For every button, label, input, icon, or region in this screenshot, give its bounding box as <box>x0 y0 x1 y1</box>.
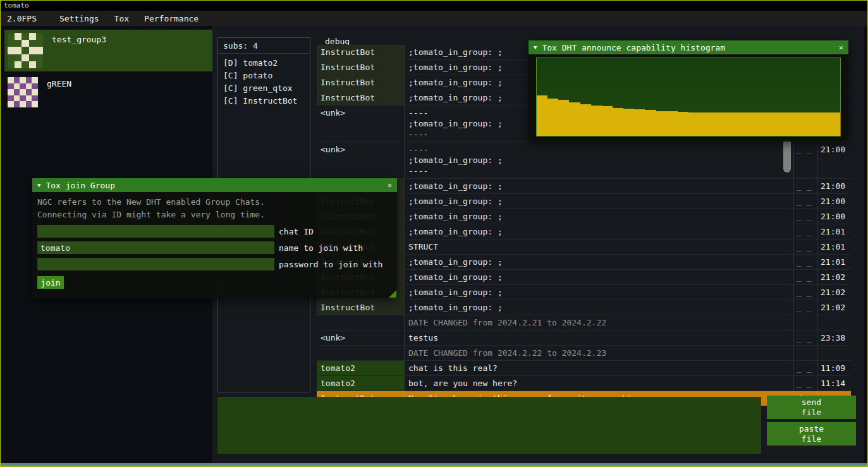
timestamp <box>817 346 851 360</box>
message-text: ;tomato_in_group: ; <box>404 270 793 284</box>
avatar-cell <box>15 54 21 61</box>
histogram-bar <box>645 110 656 136</box>
histogram-bar <box>775 112 786 136</box>
menu-performance[interactable]: Performance <box>137 11 206 26</box>
delivery-flags: _ _ <box>793 194 817 209</box>
chat-message-row: InstructBot;tomato_in_group: ;_ _21:02 <box>317 300 851 315</box>
sender-name[interactable]: InstructBot <box>317 45 404 59</box>
message-text: ;tomato_in_group: ; <box>404 179 793 193</box>
resize-grip-icon[interactable] <box>389 290 396 298</box>
delivery-flags: _ _ <box>793 224 817 239</box>
date-changed-text: DATE CHANGED from 2024.2.21 to 2024.2.22 <box>404 315 793 330</box>
paste-file-button[interactable]: paste file <box>767 422 856 446</box>
timestamp: 21:02 <box>817 270 851 284</box>
sender-name[interactable]: InstructBot <box>317 90 404 105</box>
avatar-cell <box>32 77 38 83</box>
timestamp: 21:00 <box>817 142 851 178</box>
avatar-cell <box>14 101 20 107</box>
avatar-cell <box>26 89 32 95</box>
join-name-input[interactable] <box>37 241 274 254</box>
histogram-bar <box>819 112 829 136</box>
histogram-bar <box>667 111 678 136</box>
join-group-window: ▼ Tox join Group ✕ NGC refers to the New… <box>32 178 397 298</box>
member-green_qtox[interactable]: [C] green_qtox <box>218 82 310 95</box>
histogram-bar <box>786 112 797 136</box>
timestamp: 21:02 <box>817 285 851 300</box>
member-potato[interactable]: [C] potato <box>218 70 310 82</box>
send-file-button[interactable]: send file <box>767 396 856 419</box>
avatar-cell <box>26 101 32 107</box>
histogram-bar <box>797 112 807 136</box>
sender-name[interactable]: InstructBot <box>317 60 404 75</box>
avatar-cell <box>36 33 43 40</box>
timestamp: 21:01 <box>817 224 851 239</box>
histogram-bar <box>710 112 721 136</box>
subs-member-list: [D] tomato2[C] potato[C] green_qtox[C] I… <box>218 54 310 107</box>
sender-name[interactable]: tomato2 <box>317 361 404 375</box>
avatar-cell <box>29 47 36 54</box>
sender-name[interactable]: InstructBot <box>317 300 404 315</box>
sender-name[interactable]: <unk> <box>317 106 404 142</box>
collapse-arrow-icon[interactable]: ▼ <box>37 182 40 188</box>
join-group-body: NGC refers to the New DHT enabled Group … <box>32 192 397 293</box>
fps-counter: 2.0FPS <box>1 11 43 26</box>
avatar-cell <box>21 40 28 47</box>
message-input[interactable] <box>217 397 761 454</box>
field-join-password: password to join with <box>37 258 392 270</box>
member-tomato2[interactable]: [D] tomato2 <box>218 57 310 70</box>
join-password-input[interactable] <box>37 258 274 270</box>
message-text: ;tomato_in_group: ; <box>404 285 793 300</box>
avatar-cell <box>29 61 36 68</box>
collapse-arrow-icon[interactable]: ▼ <box>534 44 537 51</box>
histogram-bar <box>634 109 645 136</box>
histogram-bar <box>699 112 710 136</box>
sender-name[interactable]: tomato2 <box>317 376 404 391</box>
avatar-cell <box>32 95 38 102</box>
chat-id-input[interactable] <box>37 225 274 238</box>
subs-header: subs: 4 <box>218 38 310 54</box>
dht-histogram-titlebar: ▼ Tox DHT announce capability histogram … <box>529 40 848 54</box>
timestamp: 21:01 <box>817 255 851 269</box>
avatar-cell <box>26 83 32 90</box>
delivery-flags: _ _ <box>793 240 817 254</box>
message-text: ;tomato_in_group: ; <box>404 255 793 269</box>
member-instructbot[interactable]: [C] InstructBot <box>218 95 310 107</box>
menu-bar: 2.0FPS Settings Tox Performance <box>1 11 867 26</box>
timestamp: 11:14 <box>817 376 851 391</box>
window-title: tomato <box>4 1 29 9</box>
message-text: STRUCT <box>404 240 793 254</box>
join-password-label: password to join with <box>279 260 382 269</box>
avatar-cell <box>32 101 38 107</box>
menu-settings[interactable]: Settings <box>52 11 107 26</box>
sender-name[interactable]: <unk> <box>317 331 404 345</box>
avatar-cell <box>36 47 43 54</box>
avatar-cell <box>14 89 20 95</box>
avatar-cell <box>21 33 28 40</box>
sender-name[interactable]: <unk> <box>317 142 404 178</box>
chat-scrollbar[interactable] <box>783 138 791 173</box>
delivery-flags <box>793 315 817 330</box>
avatar-cell <box>21 47 28 54</box>
sidebar-group-test_group3[interactable]: test_group3 <box>4 30 212 71</box>
close-icon[interactable]: ✕ <box>388 181 392 190</box>
sender-name[interactable]: InstructBot <box>317 75 404 90</box>
chat-message-row: <unk>testus_ _23:38 <box>317 331 851 346</box>
histogram-bar <box>591 106 602 136</box>
avatar-cell <box>15 33 21 40</box>
avatar-cell <box>8 95 14 102</box>
bottom-status-strip <box>1 463 867 466</box>
avatar-cell <box>14 95 20 102</box>
close-icon[interactable]: ✕ <box>839 43 843 52</box>
join-button[interactable]: join <box>37 276 64 289</box>
histogram-bar <box>829 112 840 136</box>
delivery-flags: _ _ <box>793 142 817 178</box>
avatar-cell <box>26 77 32 83</box>
avatar-cell <box>21 54 28 61</box>
sidebar-group-green[interactable]: gREEN <box>4 74 212 111</box>
group-avatar-icon <box>8 33 43 68</box>
menu-tox[interactable]: Tox <box>107 11 137 26</box>
avatar-cell <box>32 83 38 90</box>
date-separator-row: DATE CHANGED from 2024.2.22 to 2024.2.23 <box>317 346 851 361</box>
delivery-flags: _ _ <box>793 270 817 284</box>
histogram-bar <box>656 111 667 136</box>
